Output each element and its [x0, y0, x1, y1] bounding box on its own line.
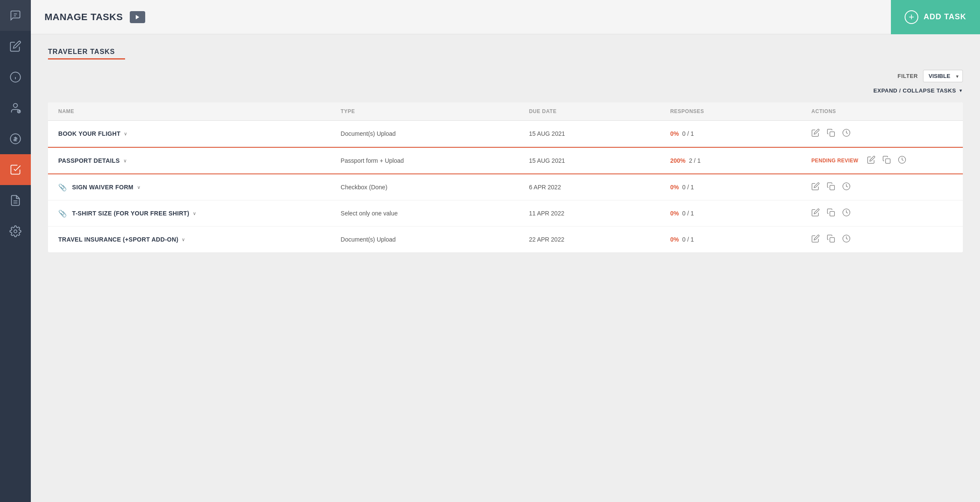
task-name: BOOK YOUR FLIGHT ∨ [58, 130, 341, 137]
play-button[interactable] [130, 11, 145, 23]
edit-icon [9, 40, 21, 52]
sidebar-item-settings[interactable] [0, 216, 31, 247]
add-task-button[interactable]: + ADD TASK [891, 0, 980, 34]
task-actions [811, 234, 953, 245]
clock-action-icon[interactable] [898, 155, 906, 166]
svg-marker-13 [136, 15, 139, 19]
response-pct: 0% [670, 184, 679, 191]
response-count: 2 / 1 [689, 157, 700, 164]
task-due-date: 11 APR 2022 [529, 210, 670, 217]
svg-rect-18 [830, 185, 835, 190]
task-name: 📎 SIGN WAIVER FORM ∨ [58, 183, 341, 191]
response-pct: 200% [670, 157, 686, 164]
dollar-icon [9, 133, 21, 145]
tasks-icon [9, 164, 21, 176]
task-actions: PENDING REVIEW [811, 155, 953, 166]
chat-icon [9, 9, 21, 21]
table-row: TRAVEL INSURANCE (+SPORT ADD-ON) ∨ Docum… [48, 227, 963, 252]
table-row: 📎 SIGN WAIVER FORM ∨ Checkbox (Done) 6 A… [48, 174, 963, 200]
chevron-down-icon: ∨ [123, 158, 127, 164]
response-pct: 0% [670, 210, 679, 217]
user-settings-icon [9, 102, 21, 114]
task-name: TRAVEL INSURANCE (+SPORT ADD-ON) ∨ [58, 236, 341, 243]
col-responses: RESPONSES [670, 108, 812, 114]
edit-action-icon[interactable] [811, 234, 820, 245]
section-title: TRAVELER TASKS [48, 48, 963, 56]
page-header: MANAGE TASKS + ADD TASK [31, 0, 980, 34]
task-name: 📎 T-SHIRT SIZE (FOR YOUR FREE SHIRT) ∨ [58, 209, 341, 218]
document-icon [9, 194, 21, 206]
expand-collapse-label: EXPAND / COLLAPSE TASKS [873, 87, 956, 94]
task-type: Document(s) Upload [341, 130, 529, 137]
chevron-down-icon: ∨ [193, 211, 196, 216]
table-header: NAME TYPE DUE DATE RESPONSES ACTIONS [48, 102, 963, 121]
response-pct: 0% [670, 236, 679, 243]
sidebar-item-document[interactable] [0, 185, 31, 216]
sidebar-item-info[interactable] [0, 62, 31, 93]
sidebar-item-chat[interactable] [0, 0, 31, 31]
filter-label: FILTER [897, 73, 918, 79]
svg-point-5 [13, 104, 17, 108]
svg-rect-20 [830, 212, 835, 216]
svg-rect-16 [885, 159, 890, 164]
section-underline [48, 58, 125, 60]
copy-action-icon[interactable] [827, 182, 835, 192]
svg-point-12 [14, 230, 17, 233]
clock-action-icon[interactable] [842, 208, 851, 218]
response-count: 0 / 1 [682, 236, 694, 243]
filter-select[interactable]: VISIBLE ALL HIDDEN [923, 70, 963, 82]
task-actions [811, 182, 953, 192]
edit-action-icon[interactable] [811, 208, 820, 218]
chevron-down-icon: ∨ [182, 237, 185, 242]
sidebar-item-tasks[interactable] [0, 154, 31, 185]
task-actions [811, 208, 953, 218]
copy-action-icon[interactable] [882, 155, 891, 166]
task-responses: 0% 0 / 1 [670, 184, 812, 191]
paperclip-icon: 📎 [58, 209, 67, 218]
tasks-table: NAME TYPE DUE DATE RESPONSES ACTIONS BOO… [48, 102, 963, 252]
expand-collapse-toggle[interactable]: EXPAND / COLLAPSE TASKS ▼ [48, 87, 963, 94]
task-responses: 0% 0 / 1 [670, 210, 812, 217]
clock-action-icon[interactable] [842, 128, 851, 139]
response-count: 0 / 1 [682, 210, 694, 217]
edit-action-icon[interactable] [811, 128, 820, 139]
edit-action-icon[interactable] [811, 182, 820, 192]
col-actions: ACTIONS [811, 108, 953, 114]
col-name: NAME [58, 108, 341, 114]
paperclip-icon: 📎 [58, 183, 67, 191]
task-type: Select only one value [341, 210, 529, 217]
table-row: BOOK YOUR FLIGHT ∨ Document(s) Upload 15… [48, 121, 963, 147]
chevron-down-icon: ∨ [124, 131, 127, 137]
content-area: TRAVELER TASKS FILTER VISIBLE ALL HIDDEN… [31, 34, 980, 502]
sidebar [0, 0, 31, 502]
sidebar-item-user[interactable] [0, 93, 31, 123]
filter-select-wrapper[interactable]: VISIBLE ALL HIDDEN [923, 70, 963, 82]
table-row: 📎 T-SHIRT SIZE (FOR YOUR FREE SHIRT) ∨ S… [48, 200, 963, 227]
clock-action-icon[interactable] [842, 234, 851, 245]
task-due-date: 22 APR 2022 [529, 236, 670, 243]
task-type: Document(s) Upload [341, 236, 529, 243]
copy-action-icon[interactable] [827, 234, 835, 245]
task-responses: 200% 2 / 1 [670, 157, 812, 164]
add-task-label: ADD TASK [923, 12, 966, 21]
main-content: MANAGE TASKS + ADD TASK TRAVELER TASKS F… [31, 0, 980, 502]
task-type: Passport form + Upload [341, 157, 529, 164]
svg-rect-14 [830, 132, 835, 137]
clock-action-icon[interactable] [842, 182, 851, 192]
response-count: 0 / 1 [682, 130, 694, 137]
copy-action-icon[interactable] [827, 208, 835, 218]
pending-review-badge: PENDING REVIEW [811, 158, 858, 164]
edit-action-icon[interactable] [867, 155, 875, 166]
settings-icon [9, 225, 21, 237]
play-icon [134, 14, 140, 20]
task-name: PASSPORT DETAILS ∨ [58, 157, 341, 164]
copy-action-icon[interactable] [827, 128, 835, 139]
table-row: PASSPORT DETAILS ∨ Passport form + Uploa… [48, 147, 963, 174]
task-due-date: 6 APR 2022 [529, 184, 670, 191]
task-responses: 0% 0 / 1 [670, 236, 812, 243]
col-type: TYPE [341, 108, 529, 114]
sidebar-item-edit[interactable] [0, 31, 31, 62]
chevron-down-icon: ∨ [137, 185, 140, 190]
col-due-date: DUE DATE [529, 108, 670, 114]
sidebar-item-dollar[interactable] [0, 123, 31, 154]
